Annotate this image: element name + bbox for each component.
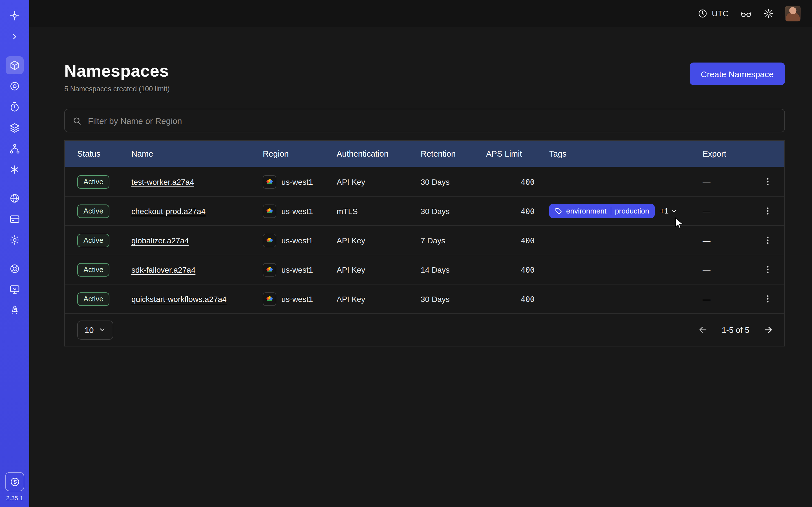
region-label: us-west1 bbox=[282, 265, 313, 274]
row-actions-kebab-icon[interactable] bbox=[758, 261, 776, 279]
col-tags: Tags bbox=[549, 149, 703, 158]
sidebar-item-getting-started rocket-icon[interactable] bbox=[6, 301, 24, 320]
tag-chip[interactable]: environment production bbox=[549, 204, 655, 218]
table-row: Active globalizer.a27a4 us-west1 API Key bbox=[65, 225, 784, 255]
aps-limit-value: 400 bbox=[486, 265, 549, 274]
temporal-logo-icon[interactable] bbox=[6, 7, 24, 25]
namespace-link[interactable]: test-worker.a27a4 bbox=[132, 177, 194, 186]
clock-icon bbox=[698, 8, 708, 18]
retention-label: 7 Days bbox=[421, 236, 486, 245]
user-avatar[interactable] bbox=[785, 6, 801, 21]
status-badge: Active bbox=[77, 263, 110, 276]
auth-label: mTLS bbox=[337, 207, 421, 216]
tag-separator bbox=[610, 207, 611, 215]
namespace-link[interactable]: checkout-prod.a27a4 bbox=[132, 207, 206, 216]
gcp-cloud-icon bbox=[263, 263, 276, 276]
pagination: 1-5 of 5 bbox=[697, 324, 774, 336]
export-value: — bbox=[703, 265, 758, 274]
sidebar-item-support lifebuoy-icon[interactable] bbox=[6, 260, 24, 278]
tag-value: production bbox=[615, 207, 649, 215]
table-footer: 10 1-5 of 5 bbox=[65, 313, 784, 346]
page-title: Namespaces bbox=[64, 61, 785, 81]
row-actions-kebab-icon[interactable] bbox=[758, 290, 776, 308]
row-actions-kebab-icon[interactable] bbox=[758, 202, 776, 220]
page-subtitle: 5 Namespaces created (100 limit) bbox=[64, 85, 785, 93]
prev-page-button arrow-left-icon[interactable] bbox=[697, 324, 709, 336]
retention-label: 30 Days bbox=[421, 207, 486, 216]
status-badge: Active bbox=[77, 175, 110, 188]
sidebar-item-regions globe-icon[interactable] bbox=[6, 189, 24, 207]
sidebar-item-schedules timer-icon[interactable] bbox=[6, 98, 24, 116]
auth-label: API Key bbox=[337, 236, 421, 245]
col-region: Region bbox=[263, 149, 337, 158]
sidebar: 2.35.1 bbox=[0, 0, 29, 507]
col-retention: Retention bbox=[421, 149, 486, 158]
table-row: Active quickstart-workflows.a27a4 us-wes… bbox=[65, 284, 784, 313]
sidebar-item-nexus asterisk-icon[interactable] bbox=[6, 161, 24, 179]
aps-limit-value: 400 bbox=[486, 294, 549, 303]
auth-label: API Key bbox=[337, 177, 421, 186]
namespaces-table: Status Name Region Authentication Retent… bbox=[64, 140, 785, 346]
filter-bar bbox=[64, 109, 785, 132]
sidebar-item-target target-icon[interactable] bbox=[6, 77, 24, 95]
status-badge: Active bbox=[77, 233, 110, 247]
sidebar-item-billing card-icon[interactable] bbox=[6, 210, 24, 228]
table-row: Active sdk-failover.a27a4 us-west1 API K… bbox=[65, 255, 784, 284]
sidebar-item-deployments layers-icon[interactable] bbox=[6, 119, 24, 137]
tag-icon bbox=[555, 207, 562, 215]
sidebar-item-namespaces cube-icon[interactable] bbox=[6, 56, 24, 74]
retention-label: 30 Days bbox=[421, 177, 486, 186]
col-authentication: Authentication bbox=[337, 149, 421, 158]
namespace-link[interactable]: globalizer.a27a4 bbox=[132, 236, 189, 245]
filter-input[interactable] bbox=[87, 115, 777, 126]
status-badge: Active bbox=[77, 292, 110, 305]
tags-expand-button[interactable]: +1 bbox=[660, 207, 678, 215]
row-actions-kebab-icon[interactable] bbox=[758, 231, 776, 249]
timezone-label: UTC bbox=[712, 9, 728, 18]
chevron-down-icon bbox=[670, 207, 677, 215]
main-content: Namespaces 5 Namespaces created (100 lim… bbox=[29, 27, 812, 507]
gcp-cloud-icon bbox=[263, 233, 276, 247]
expand-sidebar-chevron-icon[interactable] bbox=[6, 27, 24, 46]
gcp-cloud-icon bbox=[263, 175, 276, 188]
region-label: us-west1 bbox=[282, 207, 313, 216]
create-namespace-button[interactable]: Create Namespace bbox=[690, 62, 785, 85]
chevron-down-icon bbox=[99, 326, 106, 334]
col-export: Export bbox=[703, 149, 758, 158]
tag-key: environment bbox=[566, 207, 606, 215]
app-version: 2.35.1 bbox=[6, 495, 23, 501]
search-icon bbox=[72, 116, 82, 125]
col-status: Status bbox=[77, 149, 132, 158]
gcp-cloud-icon bbox=[263, 204, 276, 218]
col-name: Name bbox=[132, 149, 263, 158]
tags-cell: environment production +1 bbox=[549, 204, 703, 218]
topbar: UTC bbox=[29, 0, 812, 27]
auth-label: API Key bbox=[337, 265, 421, 274]
app-window: 2.35.1 UTC Namespaces 5 Namespaces bbox=[0, 0, 812, 507]
page-size-value: 10 bbox=[85, 325, 94, 334]
col-aps-limit: APS Limit bbox=[486, 149, 549, 158]
sun-icon bbox=[763, 8, 774, 18]
sidebar-item-docs monitor-icon[interactable] bbox=[6, 281, 24, 298]
table-row: Active test-worker.a27a4 us-west1 API Ke… bbox=[65, 167, 784, 196]
glasses-icon bbox=[740, 7, 752, 20]
sidebar-item-settings gear-icon[interactable] bbox=[6, 231, 24, 249]
gcp-cloud-icon bbox=[263, 292, 276, 305]
aps-limit-value: 400 bbox=[486, 177, 549, 186]
retention-label: 30 Days bbox=[421, 294, 486, 303]
row-actions-kebab-icon[interactable] bbox=[758, 173, 776, 191]
sidebar-item-workflows branch-icon[interactable] bbox=[6, 140, 24, 158]
theme-toggle-button[interactable] bbox=[763, 8, 774, 18]
page-size-select[interactable]: 10 bbox=[77, 320, 113, 339]
page-range-label: 1-5 of 5 bbox=[722, 325, 749, 334]
namespace-link[interactable]: quickstart-workflows.a27a4 bbox=[132, 294, 227, 303]
export-value: — bbox=[703, 294, 758, 303]
usage-dollar-icon[interactable] bbox=[5, 472, 24, 491]
timezone-selector[interactable]: UTC bbox=[698, 8, 728, 18]
tags-more-count: +1 bbox=[660, 207, 669, 215]
next-page-button arrow-right-icon[interactable] bbox=[762, 324, 774, 336]
namespace-link[interactable]: sdk-failover.a27a4 bbox=[132, 265, 195, 274]
page-header: Namespaces 5 Namespaces created (100 lim… bbox=[64, 61, 785, 93]
region-label: us-west1 bbox=[282, 294, 313, 303]
data-encoder-button[interactable] bbox=[740, 7, 752, 20]
